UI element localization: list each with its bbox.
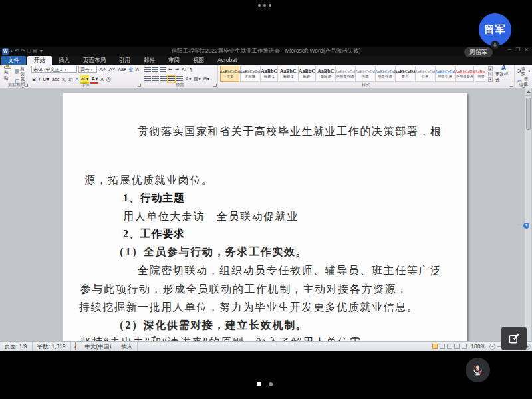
draft-view-button[interactable] bbox=[462, 344, 467, 349]
style-item[interactable]: AaBbCcDd 正文 bbox=[220, 66, 239, 82]
paste-button[interactable]: 粘贴 bbox=[2, 66, 13, 82]
clipboard-dialog-launcher-icon[interactable] bbox=[25, 84, 28, 87]
mic-muted-icon bbox=[471, 364, 484, 376]
ribbon-tab[interactable]: 视图 bbox=[186, 56, 211, 65]
scroll-up-icon[interactable] bbox=[525, 88, 531, 96]
ribbon-tab[interactable]: Acrobat bbox=[211, 56, 243, 65]
font-group: 宋体 (中文正...▾ 四号▾ A˄ A˅ Aa▾ 变 A B I U▾ abc… bbox=[29, 65, 142, 88]
grow-font-button[interactable]: A˄ bbox=[98, 66, 106, 73]
align-right-button[interactable] bbox=[160, 76, 167, 82]
decrease-indent-button[interactable]: ⇤ bbox=[168, 66, 173, 73]
help-icon[interactable]: ? bbox=[523, 223, 529, 229]
style-item[interactable]: AaBbCcDd 强调 bbox=[355, 66, 374, 82]
find-button[interactable]: 查找▾ bbox=[517, 66, 530, 76]
style-item[interactable]: AaBbC 标题 2 bbox=[279, 66, 297, 82]
style-item[interactable]: AaBbCcDd 明显强调 bbox=[375, 66, 394, 82]
document-text-line: 用人单位大走访 全员联动促就业 bbox=[123, 210, 299, 224]
more-options-dots-icon[interactable] bbox=[258, 4, 271, 7]
styles-group-label: 样式 bbox=[218, 82, 514, 88]
annotation-button[interactable] bbox=[501, 327, 527, 350]
document-text-line: （1）全员参与行动，务求工作实效。 bbox=[114, 245, 307, 259]
document-text-line: 参与此项行动，形成全员联动的工作机制，主动对接各方资源， bbox=[80, 283, 408, 297]
avatar-initials: 留军 bbox=[485, 23, 506, 36]
zoom-level[interactable]: 180% bbox=[469, 343, 487, 350]
presenter-mic-badge-icon bbox=[491, 41, 499, 49]
style-item[interactable]: AaBbCcDd 明显参考 bbox=[475, 66, 485, 82]
cut-button[interactable]: 剪切 bbox=[15, 66, 27, 76]
change-styles-icon: A bbox=[501, 65, 507, 72]
style-item[interactable]: AaBbCcDd 不明显强调 bbox=[335, 66, 354, 82]
styles-dialog-launcher-icon[interactable] bbox=[510, 84, 513, 87]
style-item[interactable]: AaBbC 标题 bbox=[298, 66, 316, 82]
style-item[interactable]: AaBbCcDd 无间隔 bbox=[240, 66, 259, 82]
close-icon[interactable]: ✕ bbox=[524, 47, 529, 53]
print-layout-view-button[interactable] bbox=[432, 344, 438, 349]
ribbon-tab[interactable]: 引用 bbox=[112, 56, 137, 65]
document-text-line: 源，拓展优质就业岗位。 bbox=[84, 174, 213, 188]
phonetic-guide-button[interactable]: 变 bbox=[128, 66, 134, 73]
font-size-select[interactable]: 四号▾ bbox=[78, 66, 98, 73]
style-item[interactable]: AaBbCcDd 引用 bbox=[415, 66, 434, 82]
bullets-button[interactable] bbox=[144, 67, 151, 72]
align-left-button[interactable] bbox=[144, 76, 151, 82]
gallery-more-icon[interactable]: ▼ bbox=[488, 77, 493, 82]
multilevel-list-button[interactable] bbox=[160, 67, 166, 72]
minimize-icon[interactable]: ─ bbox=[507, 47, 511, 53]
style-item[interactable]: AaBbC 副标题 bbox=[317, 66, 334, 82]
mic-mute-button[interactable] bbox=[466, 358, 490, 382]
ribbon-tab[interactable]: 邮件 bbox=[137, 56, 162, 65]
cut-icon bbox=[15, 69, 19, 74]
word-count-status[interactable]: 字数: 1,319 bbox=[33, 342, 71, 351]
page-count-status[interactable]: 页面: 1/9 bbox=[0, 342, 33, 351]
style-item[interactable]: AaBbCcDd 明显引用 bbox=[435, 66, 454, 82]
shrink-font-button[interactable]: A˅ bbox=[108, 66, 116, 73]
editing-group: 查找▾ ab替换 ➤选择▾ 编辑 bbox=[515, 65, 532, 88]
numbering-button[interactable] bbox=[152, 67, 158, 72]
ribbon-tab[interactable]: 文件 bbox=[1, 56, 26, 65]
page-indicator[interactable] bbox=[257, 382, 273, 386]
style-item[interactable]: AaBbCcDd 要点 bbox=[395, 66, 414, 82]
style-item[interactable]: AaBbC 标题 1 bbox=[260, 66, 278, 82]
show-marks-button[interactable]: ¶ bbox=[189, 66, 193, 73]
ribbon-tab[interactable]: 插入 bbox=[52, 56, 76, 65]
collapse-ribbon-icon[interactable]: ⌃ bbox=[517, 223, 521, 229]
font-group-label: 字体 bbox=[29, 82, 142, 88]
justify-button[interactable] bbox=[168, 76, 175, 82]
gallery-down-icon[interactable]: ▼ bbox=[488, 72, 493, 76]
restore-icon[interactable]: ❐ bbox=[515, 47, 520, 53]
pen-icon bbox=[507, 332, 521, 345]
window-title: 信阳工程学院2022届毕业生就业工作推进会 - Microsoft Word(产… bbox=[0, 47, 532, 55]
ribbon-tab[interactable]: 开始 bbox=[27, 56, 52, 65]
document-text-line: 持续挖掘新一批用人单位，努力为毕业生开发更多优质就业信息。 bbox=[79, 301, 418, 315]
pager-dot-active[interactable] bbox=[257, 382, 261, 386]
style-item[interactable]: AaBbCcDd 不明显参考 bbox=[455, 66, 474, 82]
web-layout-view-button[interactable] bbox=[447, 344, 452, 349]
increase-indent-button[interactable]: ⇥ bbox=[174, 66, 180, 73]
fullscreen-view-button[interactable] bbox=[440, 344, 445, 349]
pager-dot[interactable] bbox=[269, 382, 273, 386]
paragraph-group-label: 段落 bbox=[142, 82, 217, 88]
zoom-out-icon[interactable]: − bbox=[489, 344, 495, 350]
outline-view-button[interactable] bbox=[454, 344, 460, 349]
language-status[interactable]: 中文(中国) bbox=[80, 342, 117, 351]
clipboard-group: 粘贴 剪切 复制 格式刷 剪贴板 bbox=[0, 65, 29, 88]
distribute-button[interactable] bbox=[176, 76, 183, 82]
window-controls: ─ ❐ ✕ bbox=[507, 47, 529, 53]
document-page[interactable]: 贯彻落实国家和省关于高校毕业生就业工作的决策部署，根源，拓展优质就业岗位。1、行… bbox=[63, 93, 467, 341]
gallery-up-icon[interactable]: ▲ bbox=[488, 66, 493, 71]
change-case-button[interactable]: Aa▾ bbox=[117, 66, 126, 73]
insert-mode-status[interactable]: 插入 bbox=[116, 342, 138, 351]
paragraph-dialog-launcher-icon[interactable] bbox=[213, 84, 217, 87]
align-center-button[interactable] bbox=[152, 76, 159, 82]
document-text-line: 贯彻落实国家和省关于高校毕业生就业工作的决策部署，根 bbox=[138, 125, 442, 139]
ribbon: 粘贴 剪切 复制 格式刷 剪贴板 宋体 (中文正...▾ 四号▾ A˄ A˅ A… bbox=[0, 65, 532, 88]
spellcheck-status-icon[interactable] bbox=[75, 342, 76, 350]
ribbon-tab[interactable]: 审阅 bbox=[162, 56, 186, 65]
font-family-select[interactable]: 宋体 (中文正...▾ bbox=[31, 66, 77, 73]
change-styles-button[interactable]: A 更改样式 bbox=[495, 66, 512, 82]
document-text-line: 坚持“走出去”和“请进来”的原则，深入了解用人单位需 bbox=[80, 336, 361, 341]
character-border-button[interactable]: A bbox=[136, 66, 140, 73]
ribbon-tab[interactable]: 页面布局 bbox=[76, 56, 112, 65]
sort-button[interactable]: A↓ bbox=[181, 66, 188, 73]
font-dialog-launcher-icon[interactable] bbox=[138, 84, 141, 87]
